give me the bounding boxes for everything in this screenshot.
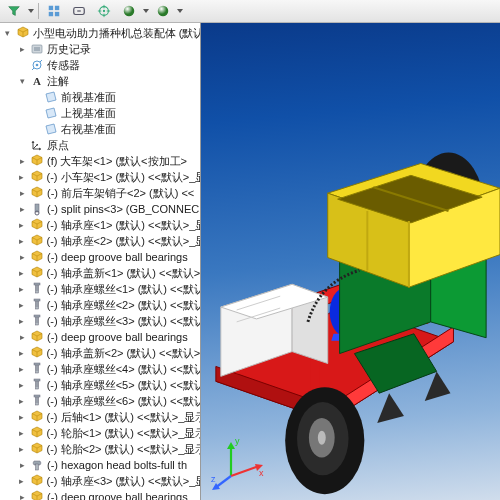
tree-origin[interactable]: 原点 [2,137,200,153]
tree-item[interactable]: ▸(-) 轴承座<3> (默认) <<默认>_显 [2,473,200,489]
pin-icon [30,202,44,216]
expand-icon[interactable]: ▸ [16,219,28,231]
tree-item[interactable]: ▸(-) 轴承盖新<1> (默认) <<默认>_ [2,265,200,281]
expand-icon[interactable]: ▸ [16,235,28,247]
tree-root[interactable]: ▾ 小型电动助力播种机总装配体 (默认 [2,25,200,41]
expand-icon[interactable]: ▸ [16,267,28,279]
expand-icon[interactable]: ▸ [16,411,28,423]
tree-plane[interactable]: 右视基准面 [2,121,200,137]
expand-icon[interactable]: ▸ [16,155,28,167]
item-label: (f) 大车架<1> (默认<按加工> [46,154,187,168]
filter-dropdown[interactable] [27,9,35,13]
tree-item[interactable]: ▸(-) 轴承座螺丝<3> (默认) <<默认 [2,313,200,329]
expand-icon[interactable]: ▸ [16,491,28,500]
tree-plane[interactable]: 前视基准面 [2,89,200,105]
orientation-triad[interactable]: y x z [209,432,269,492]
tree-item[interactable]: ▸(-) 轴承座螺丝<1> (默认) <<默认 [2,281,200,297]
tree-item[interactable]: ▸(-) 轮胎<1> (默认) <<默认>_显示 [2,425,200,441]
item-label: (-) 轴承盖新<2> (默认) <<默认>_ [46,346,200,360]
tree-item[interactable]: ▸(-) deep groove ball bearings [2,249,200,265]
collapse-icon[interactable]: ▾ [16,75,28,87]
item-label: (-) hexagon head bolts-full th [46,458,187,472]
target-button[interactable] [92,1,116,21]
part-icon [30,186,44,200]
tree-item[interactable]: ▸(-) 轮胎<2> (默认) <<默认>_显示 [2,441,200,457]
expand-icon[interactable]: ▸ [16,315,28,327]
sphere2-button[interactable] [151,1,175,21]
separator [38,3,39,19]
svg-rect-23 [34,283,40,285]
item-label: (-) 轴承座螺丝<2> (默认) <<默认 [46,298,200,312]
plane-icon [44,106,58,120]
svg-text:A: A [33,75,41,87]
feature-tree[interactable]: ▾ 小型电动助力播种机总装配体 (默认 ▸ 历史记录 传感器 ▾ A 注解 前视… [0,23,201,500]
svg-rect-31 [34,379,40,381]
expand-icon[interactable]: ▸ [16,187,28,199]
svg-rect-3 [55,12,59,16]
tree-item[interactable]: ▸(-) deep groove ball bearings [2,489,200,500]
tree-item[interactable]: ▸(-) 轴承座螺丝<5> (默认) <<默认 [2,377,200,393]
tree-annotations[interactable]: ▾ A 注解 [2,73,200,89]
tree-item[interactable]: ▸(-) 轴承座螺丝<2> (默认) <<默认 [2,297,200,313]
svg-line-47 [231,466,259,476]
filter-button[interactable] [2,1,26,21]
grid-button[interactable] [42,1,66,21]
svg-rect-25 [34,299,40,301]
tree-sensors[interactable]: 传感器 [2,57,200,73]
item-label: (-) 轴承座螺丝<3> (默认) <<默认 [46,314,200,328]
tree-item[interactable]: ▸(-) 轴承座螺丝<6> (默认) <<默认 [2,393,200,409]
plane-icon [44,122,58,136]
expand-icon[interactable]: ▸ [16,443,28,455]
expand-icon[interactable]: ▸ [16,475,28,487]
item-label: (-) deep groove ball bearings [46,490,188,500]
expand-icon[interactable]: ▸ [16,427,28,439]
sphere-button[interactable] [117,1,141,21]
expand-icon[interactable]: ▸ [16,459,28,471]
svg-rect-32 [35,396,38,405]
link-button[interactable] [67,1,91,21]
tree-item[interactable]: ▸(-) 轴承座<2> (默认) <<默认>_显 [2,233,200,249]
part-icon [30,218,44,232]
expand-icon[interactable]: ▸ [16,331,28,343]
tree-item[interactable]: ▸(-) hexagon head bolts-full th [2,457,200,473]
item-label: (-) 轴承座<3> (默认) <<默认>_显 [46,474,200,488]
history-icon [30,42,44,56]
item-label: (-) 轴承座螺丝<5> (默认) <<默认 [46,378,200,392]
tree-item[interactable]: ▸(-) 轴承座螺丝<4> (默认) <<默认 [2,361,200,377]
expand-icon[interactable]: ▸ [16,283,28,295]
viewport-3d[interactable]: y x z [201,23,500,500]
expand-icon[interactable]: ▸ [16,379,28,391]
expand-icon[interactable]: ▸ [16,347,28,359]
screw-icon [30,314,44,328]
tree-item[interactable]: ▸(-) split pins<3> (GB_CONNEC [2,201,200,217]
item-label: (-) 轴承座<1> (默认) <<默认>_显 [46,218,200,232]
tree-item[interactable]: ▸(-) deep groove ball bearings [2,329,200,345]
expand-icon[interactable]: ▸ [16,203,28,215]
tree-root-label: 小型电动助力播种机总装配体 (默认 [32,26,200,40]
expand-icon[interactable]: ▸ [16,299,28,311]
expand-icon[interactable]: ▸ [16,171,28,183]
part-icon [30,330,44,344]
expand-icon[interactable]: ▸ [16,43,28,55]
tree-history[interactable]: ▸ 历史记录 [2,41,200,57]
tree-item[interactable]: ▸(f) 大车架<1> (默认<按加工> [2,153,200,169]
history-label: 历史记录 [46,42,91,56]
tree-item[interactable]: ▸(-) 轴承座<1> (默认) <<默认>_显 [2,217,200,233]
svg-rect-1 [55,6,59,10]
svg-rect-30 [35,380,38,389]
tree-item[interactable]: ▸(-) 前后车架销子<2> (默认) << [2,185,200,201]
item-label: (-) deep groove ball bearings [46,250,188,264]
expand-icon[interactable]: ▸ [16,251,28,263]
expand-icon[interactable]: ▸ [16,395,28,407]
tree-item[interactable]: ▸(-) 轴承盖新<2> (默认) <<默认>_ [2,345,200,361]
expand-icon[interactable]: ▸ [16,363,28,375]
tree-plane[interactable]: 上视基准面 [2,105,200,121]
tree-item[interactable]: ▸(-) 小车架<1> (默认) <<默认>_显 [2,169,200,185]
sphere2-dropdown[interactable] [176,9,184,13]
sphere-dropdown[interactable] [142,9,150,13]
toolbar [0,0,500,23]
item-label: (-) 轴承座螺丝<6> (默认) <<默认 [46,394,200,408]
collapse-icon[interactable]: ▾ [2,27,14,39]
screw-icon [30,394,44,408]
tree-item[interactable]: ▸(-) 后轴<1> (默认) <<默认>_显示 [2,409,200,425]
